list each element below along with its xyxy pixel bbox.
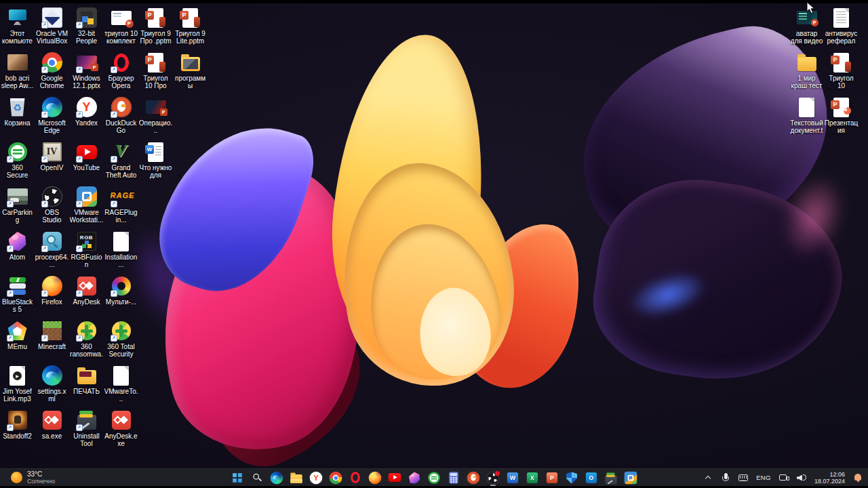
desktop-icon-minecraft[interactable]: Minecraft (35, 319, 69, 363)
tray-network-button[interactable] (776, 470, 791, 485)
desktop-icon-standoff2[interactable]: Standoff2 (0, 408, 35, 453)
folder-programs-icon (181, 57, 200, 71)
tray-microphone-button[interactable] (718, 470, 733, 485)
desktop-icon-rgbfusion[interactable]: RGBFusion (69, 229, 104, 274)
desktop-icon-triugol-9-lite[interactable]: Триугол 9 Lite.pptm (173, 5, 208, 50)
desktop-icon-programmy[interactable]: программы (173, 50, 208, 95)
tray-volume-button[interactable] (794, 470, 809, 485)
word-icon (507, 472, 518, 483)
firefox-icon (369, 471, 382, 484)
desktop-icon-triugol-9-pro[interactable]: Триугол 9 Про .pptm (138, 5, 173, 50)
language-indicator[interactable]: ENG (753, 470, 774, 485)
desktop-icon-settings-xml[interactable]: settings.xml (35, 363, 69, 408)
desktop-icon-label: Мульти-... (104, 298, 138, 306)
desktop-icon-firefox[interactable]: Firefox (35, 274, 69, 319)
desktop-icon-tekstovyi-dokument[interactable]: Текстовый документ.txt (789, 95, 824, 140)
desktop-icon-label: OpenIV (35, 164, 69, 171)
desktop[interactable]: Этот компьютер Oracle VM VirtualBox 32-b… (0, 3, 868, 469)
taskbar-excel[interactable] (524, 470, 540, 486)
desktop-icon-anydesk[interactable]: AnyDesk (69, 274, 104, 319)
desktop-icon-triugol-10-pro[interactable]: Триугол 10 Про .pptm (138, 50, 173, 95)
edge-icon (42, 365, 62, 386)
taskbar-start[interactable] (229, 470, 245, 486)
taskbar-search[interactable] (249, 470, 265, 486)
desktop-icon-rageplugin[interactable]: RAGEPlugin... (104, 184, 138, 229)
weather-widget[interactable]: 33°C Солнечно (7, 469, 59, 486)
taskbar-opera[interactable] (347, 470, 363, 486)
desktop-icon-prezentaciya[interactable]: Презентация Microsoft P... (824, 95, 859, 140)
desktop-icon-triugol-10-pro-2[interactable]: Триугол 10 Про.pptm (824, 50, 859, 95)
tray-touch-keyboard-button[interactable] (736, 470, 751, 485)
notification-bell-button[interactable] (850, 470, 865, 485)
taskbar-360-browser[interactable] (426, 470, 442, 486)
desktop-icon-oracle-virtualbox[interactable]: Oracle VM VirtualBox (35, 5, 69, 50)
desktop-icon-procexp64[interactable]: procexp64.... (35, 229, 69, 274)
desktop-icon-duckduckgo[interactable]: DuckDuckGo (104, 95, 138, 140)
taskbar-atom[interactable] (406, 470, 422, 486)
desktop-icon-360-secure-browser[interactable]: 360 Secure Browser (0, 140, 35, 184)
taskbar-duckduckgo[interactable] (465, 470, 481, 486)
desktop-icon-bluestacks-5[interactable]: BlueStacks 5 (0, 274, 35, 319)
desktop-icon-360-ransomware[interactable]: 360 ransomwa... (69, 319, 104, 363)
desktop-icon-atom[interactable]: Atom (0, 229, 35, 274)
desktop-icon-yandex[interactable]: Yandex (69, 95, 104, 140)
desktop-icon-microsoft-edge[interactable]: Microsoft Edge (35, 95, 69, 140)
desktop-icon-installation[interactable]: Installation... (104, 229, 138, 274)
outlook-icon (586, 472, 597, 483)
taskbar-powerpoint[interactable] (544, 470, 560, 486)
desktop-icon-jim-yosef-mp3[interactable]: Jim Yosef Link.mp3 (0, 363, 35, 408)
taskbar-firefox[interactable] (367, 470, 383, 486)
desktop-icon-label: Uninstall Tool (70, 432, 104, 447)
desktop-icon-google-chrome[interactable]: Google Chrome (35, 50, 69, 95)
desktop-icon-label: Этот компьютер (1, 30, 35, 45)
start-icon (232, 472, 243, 483)
taskbar-outlook[interactable] (583, 470, 599, 486)
shortcut-arrow-icon (76, 22, 83, 28)
pptm-icon (148, 8, 163, 28)
desktop-icon-obs-studio[interactable]: OBS Studio (35, 184, 69, 229)
desktop-icon-mir-krash-test[interactable]: 1 мир краш тест (789, 50, 824, 95)
desktop-icon-uninstall-tool[interactable]: Uninstall Tool (69, 408, 104, 453)
taskbar-obs-studio[interactable] (485, 470, 501, 486)
presentation-icon (833, 98, 849, 117)
taskbar-calculator[interactable] (446, 470, 462, 486)
desktop-icon-memu[interactable]: MEmu (0, 319, 35, 363)
taskbar-clock[interactable]: 12:06 18.07.2024 (812, 471, 848, 485)
desktop-icon-windows-12-1[interactable]: Windows 12.1.pptx (69, 50, 104, 95)
desktop-icon-bob-acri[interactable]: bob acri sleep Aw... (0, 50, 35, 95)
taskbar-file-explorer[interactable] (288, 470, 304, 486)
desktop-icon-recycle-bin[interactable]: Корзина (0, 95, 35, 140)
taskbar-defender[interactable] (564, 470, 580, 486)
desktop-icon-this-pc[interactable]: Этот компьютер (0, 5, 35, 50)
desktop-icon-carparking[interactable]: CarParking (0, 184, 35, 229)
desktop-icon-youtube[interactable]: YouTube (69, 140, 104, 184)
desktop-icon-antivirus-referal[interactable]: антивирус реферал п... (824, 5, 859, 50)
desktop-icon-gta5[interactable]: Grand Theft Auto V (104, 140, 138, 184)
desktop-icon-360-total-security[interactable]: 360 Total Security (104, 319, 138, 363)
desktop-icon-label: 32-bit People Playground (70, 30, 104, 45)
desktop-icon-multi[interactable]: Мульти-... (104, 274, 138, 319)
desktop-icon-label: Что нужно для создан... (139, 164, 173, 180)
tray-overflow-button[interactable] (701, 470, 715, 485)
desktop-icon-label: 360 ransomwa... (70, 343, 104, 359)
desktop-icon-openiv[interactable]: OpenIV (35, 140, 69, 184)
desktop-icon-people-playground[interactable]: 32-bit People Playground (69, 5, 104, 50)
taskbar-yandex-browser[interactable] (308, 470, 324, 486)
desktop-icon-label: CarParking (1, 209, 35, 224)
taskbar-edge[interactable] (269, 470, 285, 486)
taskbar-youtube[interactable] (387, 470, 403, 486)
desktop-icon-chto-nuzhno[interactable]: Что нужно для создан... (138, 140, 173, 184)
taskbar-vmware[interactable] (623, 470, 639, 486)
taskbar-chrome[interactable] (328, 470, 344, 486)
desktop-icon-opera[interactable]: Браузер Opera (104, 50, 138, 95)
desktop-icon-vmware-workstation[interactable]: VMware Workstati... (69, 184, 104, 229)
desktop-icon-operacio[interactable]: Операцио... (138, 95, 173, 140)
taskbar-uninstall-tool[interactable] (603, 470, 619, 486)
desktop-icon-triugol-10-komplekt[interactable]: триугол 10 комплект [... (104, 5, 138, 50)
desktop-icon-pechat[interactable]: ПЕЧАТЬ (69, 363, 104, 408)
system-tray: ENG 12:06 18.07.2024 (701, 469, 865, 486)
desktop-icon-vmware-tools[interactable]: VMwareTo... (104, 363, 138, 408)
taskbar-word[interactable] (505, 470, 521, 486)
desktop-icon-sa-exe[interactable]: sa.exe (35, 408, 69, 453)
desktop-icon-anydesk-exe[interactable]: AnyDesk.exe (104, 408, 138, 453)
